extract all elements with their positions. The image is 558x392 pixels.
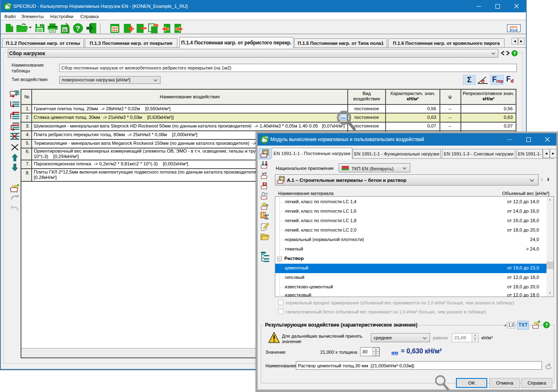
svg-text:°C: °C — [265, 193, 268, 195]
svg-text:EN: EN — [265, 136, 268, 139]
svg-text:?: ? — [545, 322, 548, 327]
svg-text:?: ? — [513, 51, 516, 56]
svg-text:EN: EN — [8, 3, 11, 6]
svg-text:?: ? — [76, 25, 80, 32]
svg-text:W: W — [63, 28, 67, 32]
svg-text:α: α — [481, 78, 485, 84]
